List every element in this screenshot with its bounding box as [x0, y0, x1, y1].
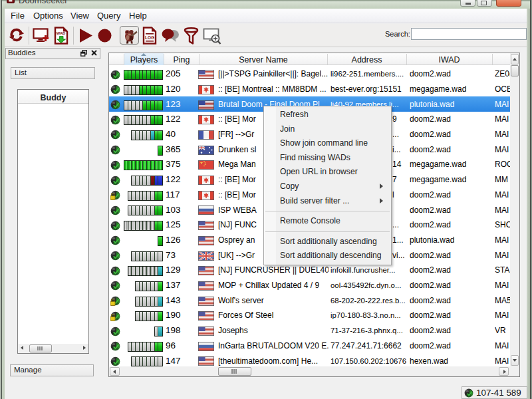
svg-text:WAD: WAD — [57, 31, 66, 35]
svg-text:LOG: LOG — [145, 35, 154, 40]
